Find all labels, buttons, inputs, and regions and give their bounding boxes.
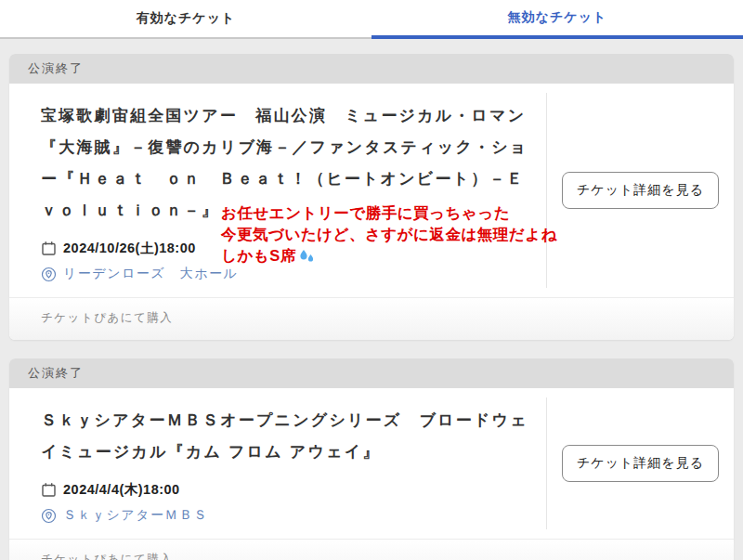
status-badge: 公演終了 bbox=[9, 358, 734, 388]
location-pin-icon bbox=[41, 267, 57, 282]
tab-valid-tickets[interactable]: 有効なチケット bbox=[0, 0, 372, 39]
status-badge: 公演終了 bbox=[9, 54, 734, 84]
ticket-venue[interactable]: リーデンローズ 大ホール bbox=[63, 266, 238, 282]
ticket-venue[interactable]: ＳｋｙシアターＭＢＳ bbox=[63, 507, 208, 524]
purchase-source-note: チケットぴあにて購入 bbox=[9, 539, 734, 560]
tab-invalid-tickets[interactable]: 無効なチケット bbox=[372, 0, 743, 39]
ticket-info: ＳｋｙシアターＭＢＳオープニングシリーズ ブロードウェイミュージカル『カム フロ… bbox=[9, 388, 546, 539]
ticket-detail-button[interactable]: チケット詳細を見る bbox=[562, 445, 719, 482]
ticket-card: 公演終了 ＳｋｙシアターＭＢＳオープニングシリーズ ブロードウェイミュージカル『… bbox=[9, 358, 734, 560]
ticket-tabs: 有効なチケット 無効なチケット bbox=[0, 0, 743, 39]
ticket-action-area: チケット詳細を見る bbox=[546, 93, 734, 288]
ticket-datetime-row: 2024/4/4(木)18:00 bbox=[41, 481, 541, 499]
ticket-title: 宝塚歌劇宙組全国ツアー 福山公演 ミュージカル・ロマン『大海賊』－復讐のカリブ海… bbox=[41, 100, 541, 227]
ticket-datetime: 2024/10/26(土)18:00 bbox=[63, 240, 196, 257]
ticket-card-body: 宝塚歌劇宙組全国ツアー 福山公演 ミュージカル・ロマン『大海賊』－復讐のカリブ海… bbox=[9, 84, 734, 297]
calendar-icon bbox=[41, 241, 57, 256]
calendar-icon bbox=[41, 482, 57, 498]
ticket-card-list: 公演終了 宝塚歌劇宙組全国ツアー 福山公演 ミュージカル・ロマン『大海賊』－復讐… bbox=[0, 39, 743, 560]
location-pin-icon bbox=[41, 508, 57, 524]
tickets-page: 有効なチケット 無効なチケット 公演終了 宝塚歌劇宙組全国ツアー 福山公演 ミュ… bbox=[0, 0, 743, 560]
ticket-info: 宝塚歌劇宙組全国ツアー 福山公演 ミュージカル・ロマン『大海賊』－復讐のカリブ海… bbox=[9, 84, 546, 297]
purchase-source-note: チケットぴあにて購入 bbox=[9, 297, 734, 340]
ticket-action-area: チケット詳細を見る bbox=[546, 397, 734, 529]
ticket-detail-button[interactable]: チケット詳細を見る bbox=[562, 172, 719, 209]
ticket-title: ＳｋｙシアターＭＢＳオープニングシリーズ ブロードウェイミュージカル『カム フロ… bbox=[41, 405, 541, 468]
ticket-venue-row[interactable]: リーデンローズ 大ホール bbox=[41, 266, 541, 282]
ticket-datetime: 2024/4/4(木)18:00 bbox=[63, 481, 180, 499]
ticket-datetime-row: 2024/10/26(土)18:00 bbox=[41, 240, 541, 257]
ticket-card-body: ＳｋｙシアターＭＢＳオープニングシリーズ ブロードウェイミュージカル『カム フロ… bbox=[9, 388, 734, 539]
ticket-card: 公演終了 宝塚歌劇宙組全国ツアー 福山公演 ミュージカル・ロマン『大海賊』－復讐… bbox=[9, 54, 734, 340]
ticket-venue-row[interactable]: ＳｋｙシアターＭＢＳ bbox=[41, 507, 541, 524]
